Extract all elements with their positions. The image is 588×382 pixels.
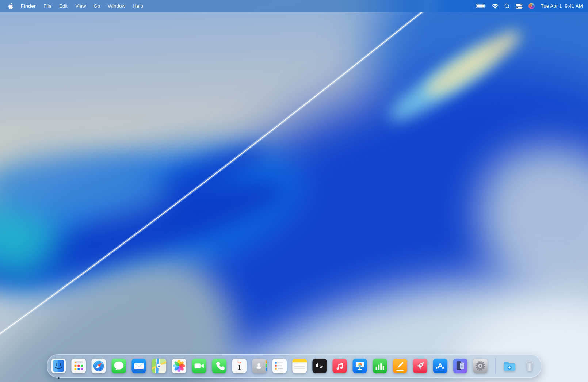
apple-menu[interactable] — [8, 3, 13, 9]
dock-tv-icon[interactable]: tv — [312, 359, 327, 373]
siri-icon[interactable] — [528, 3, 535, 9]
menu-view[interactable]: View — [75, 3, 86, 9]
dock-finder-icon[interactable] — [51, 359, 66, 373]
menu-bar-status: Tue Apr 1 9:41 AM — [476, 3, 583, 9]
menu-file[interactable]: File — [43, 3, 51, 9]
dock-phone-icon[interactable] — [212, 359, 226, 373]
dock-safari-icon[interactable] — [91, 359, 106, 373]
spotlight-search-icon[interactable] — [504, 3, 510, 9]
dock-trash-icon[interactable] — [522, 359, 537, 373]
menu-bar-left: FinderFileEditViewGoWindowHelp — [8, 3, 143, 9]
dock-app-store-icon[interactable] — [433, 359, 447, 373]
dock-mail-icon[interactable] — [131, 359, 146, 373]
menu-finder[interactable]: Finder — [21, 3, 36, 9]
dock-notes-icon[interactable] — [292, 359, 307, 373]
menu-bar-menus: FinderFileEditViewGoWindowHelp — [21, 3, 143, 9]
dock-system-settings-icon[interactable] — [473, 359, 488, 373]
status-icons — [476, 3, 535, 9]
dock-apps-launchpad-icon[interactable] — [71, 359, 86, 373]
menu-bar-clock[interactable]: Tue Apr 1 9:41 AM — [541, 3, 583, 9]
wifi-icon[interactable] — [492, 4, 499, 9]
menu-go[interactable]: Go — [93, 3, 100, 9]
svg-text:tv: tv — [320, 364, 324, 368]
dock: Tue1tv — [47, 354, 541, 378]
dock-iphone-mirroring-icon[interactable] — [453, 359, 467, 373]
dock-messages-icon[interactable] — [111, 359, 126, 373]
dock-games-icon[interactable] — [413, 359, 427, 373]
dock-music-icon[interactable] — [332, 359, 347, 373]
dock-pages-icon[interactable] — [393, 359, 407, 373]
menu-edit[interactable]: Edit — [59, 3, 68, 9]
dock-shortcuts — [502, 359, 537, 373]
apple-logo-icon — [8, 3, 13, 9]
menu-help[interactable]: Help — [133, 3, 143, 9]
dock-maps-icon[interactable] — [152, 359, 166, 373]
clock-date: Tue Apr 1 — [541, 3, 562, 9]
control-center-icon[interactable] — [516, 4, 523, 9]
battery-icon[interactable] — [476, 4, 486, 8]
dock-reminders-icon[interactable] — [272, 359, 287, 373]
dock-facetime-icon[interactable] — [192, 359, 206, 373]
desktop-wallpaper — [0, 0, 588, 382]
running-indicator-dot — [58, 377, 60, 379]
dock-apps: Tue1tv — [51, 359, 488, 373]
menu-window[interactable]: Window — [108, 3, 125, 9]
desktop: FinderFileEditViewGoWindowHelp Tue Apr 1… — [0, 0, 588, 382]
dock-downloads-folder-icon[interactable] — [502, 359, 517, 373]
dock-numbers-icon[interactable] — [373, 359, 387, 373]
svg-text:1: 1 — [237, 364, 241, 371]
dock-divider — [495, 358, 495, 374]
menu-bar: FinderFileEditViewGoWindowHelp Tue Apr 1… — [0, 0, 588, 12]
dock-photos-icon[interactable] — [172, 359, 186, 373]
dock-keynote-icon[interactable] — [352, 359, 367, 373]
dock-contacts-icon[interactable] — [252, 359, 267, 373]
dock-calendar-icon[interactable]: Tue1 — [232, 359, 247, 373]
clock-time: 9:41 AM — [565, 3, 583, 9]
